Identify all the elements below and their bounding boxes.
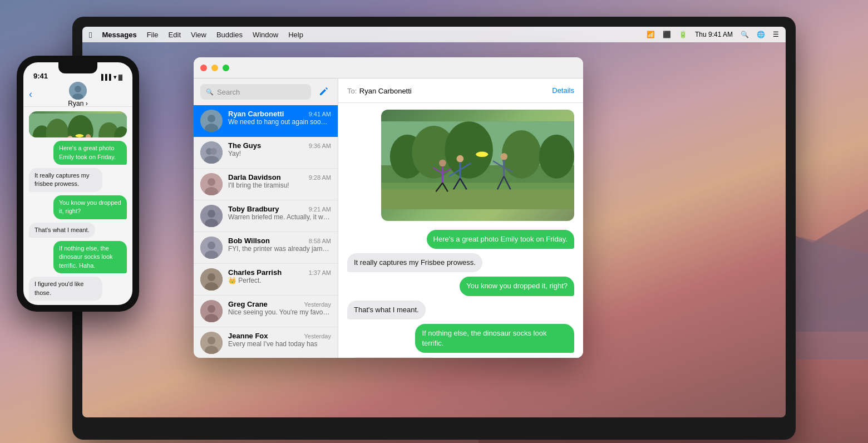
compose-button[interactable] <box>315 84 331 100</box>
wifi-icon: 📶 <box>647 31 655 38</box>
conv-header-guys: The Guys 9:36 AM <box>228 141 331 150</box>
app-name: Messages <box>102 31 136 39</box>
apple-menu[interactable]:  <box>89 30 92 40</box>
menu-bar:  Messages File Edit View Buddies Window… <box>82 27 786 42</box>
conv-header-jeanne: Jeanne Fox Yesterday <box>228 332 331 340</box>
conv-header-darla: Darla Davidson 9:28 AM <box>228 173 331 181</box>
conv-preview-guys: Yay! <box>228 150 331 157</box>
svg-point-42 <box>501 153 508 160</box>
menu-bar-right: 📶 ⬛ 🔋 Thu 9:41 AM 🔍 🌐 ☰ <box>647 31 779 38</box>
menu-edit[interactable]: Edit <box>169 31 181 39</box>
svg-point-41 <box>476 152 488 157</box>
iphone-msg-sent-3: If nothing else, the dinosaur socks look… <box>53 241 127 273</box>
svg-point-6 <box>210 148 217 155</box>
maximize-button[interactable] <box>223 65 229 71</box>
photo-message <box>381 110 574 225</box>
iphone-notch <box>58 62 97 73</box>
search-bar[interactable]: 🔍 Search <box>200 84 311 100</box>
message-received-2: That's what I meant. <box>347 301 426 319</box>
avatar-guys <box>200 141 223 164</box>
iphone-msg-sent-2: You know you dropped it, right? <box>53 195 127 219</box>
conv-time-toby: 9:21 AM <box>309 206 331 213</box>
battery-icon-iphone: ▓ <box>119 74 122 80</box>
svg-point-70 <box>75 134 83 137</box>
svg-point-33 <box>539 135 574 179</box>
avatar-jeanne <box>200 332 223 354</box>
conv-content-ryan: Ryan Carbonetti 9:41 AM We need to hang … <box>228 110 331 126</box>
conv-time-ryan: 9:41 AM <box>309 111 331 117</box>
svg-point-18 <box>208 273 215 281</box>
conv-preview-charles: 👑 Perfect. <box>228 277 331 284</box>
siri-icon[interactable]: 🌐 <box>757 31 765 38</box>
conv-content-charles: Charles Parrish 1:37 AM 👑 Perfect. <box>228 268 331 284</box>
menu-help[interactable]: Help <box>288 31 303 39</box>
conversation-item-charles[interactable]: Charles Parrish 1:37 AM 👑 Perfect. <box>194 264 338 296</box>
conv-content-toby: Toby Bradbury 9:21 AM Warren briefed me.… <box>228 205 331 221</box>
search-icon: 🔍 <box>206 88 214 96</box>
iphone-messages: Here's a great photo Emily took on Frida… <box>23 107 132 305</box>
menu-bar-left:  Messages File Edit View Buddies Window… <box>89 30 303 40</box>
conversation-item-greg[interactable]: Greg Crane Yesterday Nice seeing you. Yo… <box>194 296 338 327</box>
conv-preview-ryan: We need to hang out again soon. Don't be… <box>228 118 331 126</box>
conversation-item-bob[interactable]: Bob Willson 8:58 AM FYI, the printer was… <box>194 232 338 264</box>
details-button[interactable]: Details <box>552 86 574 95</box>
conv-content-greg: Greg Crane Yesterday Nice seeing you. Yo… <box>228 300 331 316</box>
avatar-toby <box>200 205 223 227</box>
conv-name-darla: Darla Davidson <box>228 173 281 181</box>
conv-header-toby: Toby Bradbury 9:21 AM <box>228 205 331 213</box>
iphone-msg-recv-3: I figured you'd like those. <box>29 277 102 301</box>
conv-time-darla: 9:28 AM <box>309 174 331 181</box>
conv-time-greg: Yesterday <box>304 301 331 308</box>
notification-icon[interactable]: ☰ <box>773 31 779 38</box>
menu-window[interactable]: Window <box>253 31 278 39</box>
chat-recipient-name: Ryan Carbonetti <box>359 87 412 95</box>
iphone-contact-avatar <box>69 82 87 100</box>
conversation-item-toby[interactable]: Toby Bradbury 9:21 AM Warren briefed me.… <box>194 200 338 232</box>
conv-time-bob: 8:58 AM <box>309 238 331 244</box>
conv-time-jeanne: Yesterday <box>304 333 331 339</box>
conv-content-guys: The Guys 9:36 AM Yay! <box>228 141 331 157</box>
chat-photo <box>381 110 574 221</box>
menu-clock: Thu 9:41 AM <box>695 31 733 38</box>
conv-content-jeanne: Jeanne Fox Yesterday Every meal I've had… <box>228 332 331 348</box>
conversation-item-guys[interactable]: The Guys 9:36 AM Yay! <box>194 137 338 169</box>
svg-point-12 <box>208 210 215 218</box>
laptop-frame:  Messages File Edit View Buddies Window… <box>72 17 796 440</box>
menu-buddies[interactable]: Buddies <box>216 31 243 39</box>
search-icon[interactable]: 🔍 <box>741 31 749 38</box>
message-sent-2: You know you dropped it, right? <box>460 277 574 296</box>
menu-file[interactable]: File <box>147 31 159 39</box>
minimize-button[interactable] <box>211 65 218 71</box>
iphone-msg-recv-2: That's what I meant. <box>29 223 95 238</box>
window-titlebar <box>194 57 583 78</box>
conversation-item-ryan[interactable]: Ryan Carbonetti 9:41 AM We need to hang … <box>194 105 338 137</box>
conversation-item-darla[interactable]: Darla Davidson 9:28 AM I'll bring the ti… <box>194 169 338 200</box>
conversation-list: Ryan Carbonetti 9:41 AM We need to hang … <box>194 105 338 358</box>
iphone-contact-info[interactable]: Ryan › <box>68 82 87 107</box>
back-button[interactable]: ‹ <box>29 88 32 100</box>
svg-point-55 <box>75 86 81 92</box>
conv-preview-jeanne: Every meal I've had today has <box>228 340 331 348</box>
conv-content-bob: Bob Willson 8:58 AM FYI, the printer was… <box>228 237 331 253</box>
conv-time-guys: 9:36 AM <box>309 142 331 149</box>
laptop-screen:  Messages File Edit View Buddies Window… <box>82 27 786 417</box>
wifi-icon-iphone: ▾ <box>114 74 116 80</box>
avatar-greg <box>200 300 223 322</box>
conv-name-jeanne: Jeanne Fox <box>228 332 268 340</box>
menu-view[interactable]: View <box>191 31 206 39</box>
conv-preview-bob: FYI, the printer was already jammed when… <box>228 245 331 253</box>
svg-point-32 <box>502 130 541 179</box>
iphone-contact-name: Ryan › <box>68 100 87 107</box>
iphone-chat-header: ‹ Ryan › <box>23 82 132 107</box>
message-sent-3: If nothing else, the dinosaur socks look… <box>415 324 574 353</box>
svg-point-21 <box>208 305 215 313</box>
conv-time-charles: 1:37 AM <box>309 269 331 276</box>
avatar-bob <box>200 237 223 259</box>
avatar-charles <box>200 268 223 291</box>
close-button[interactable] <box>200 65 207 71</box>
sidebar-header: 🔍 Search <box>194 78 338 105</box>
avatar-darla <box>200 173 223 195</box>
conversation-item-jeanne[interactable]: Jeanne Fox Yesterday Every meal I've had… <box>194 327 338 358</box>
conv-header-ryan: Ryan Carbonetti 9:41 AM <box>228 110 331 118</box>
conv-name-greg: Greg Crane <box>228 300 268 308</box>
